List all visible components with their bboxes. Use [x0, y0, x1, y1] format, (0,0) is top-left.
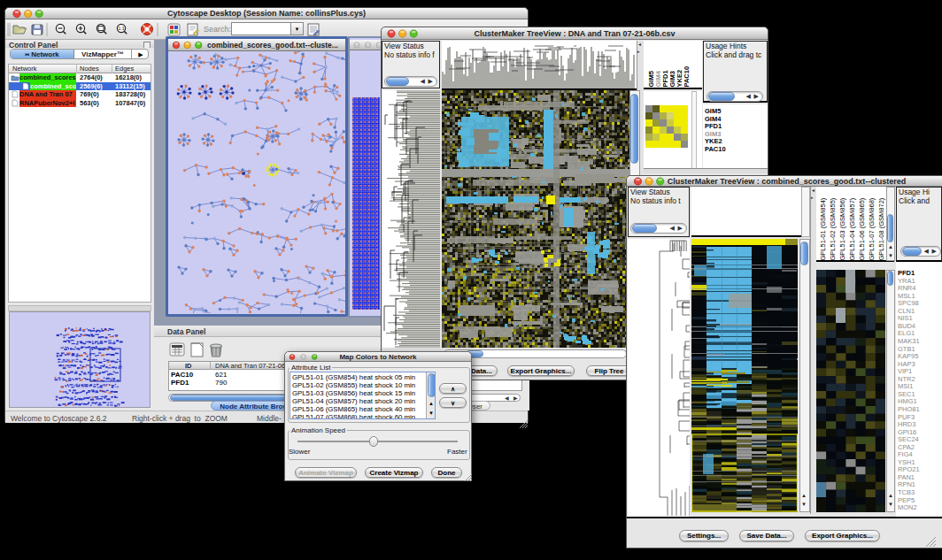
svg-text:1:1: 1:1 [119, 26, 125, 31]
svg-text:Search:: Search: [204, 25, 231, 34]
